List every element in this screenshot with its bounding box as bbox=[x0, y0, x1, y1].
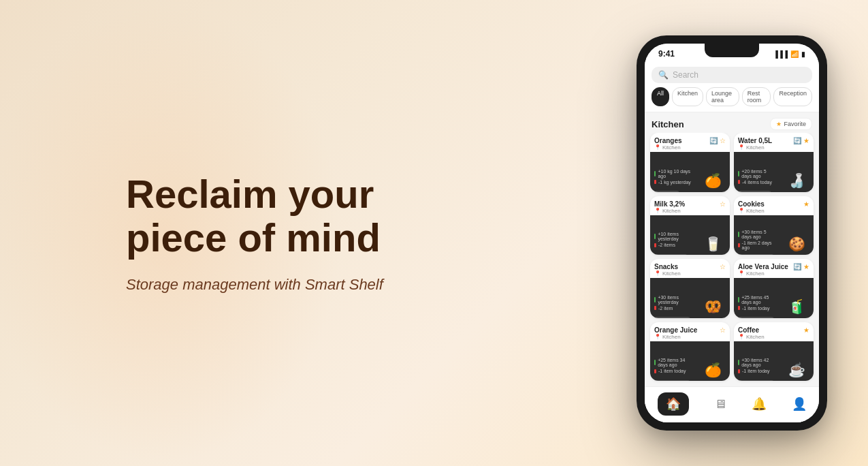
star-icon[interactable]: ☆ bbox=[720, 326, 726, 334]
item-location: 📍Kitchen bbox=[738, 334, 765, 340]
star-icon: ★ bbox=[776, 121, 782, 127]
location-pin-icon: 📍 bbox=[738, 334, 745, 340]
app-content: 🔍 Search All Kitchen Lounge area Rest ro… bbox=[645, 61, 819, 422]
item-card-milk[interactable]: Milk 3,2% 📍Kitchen ☆ +10 item bbox=[650, 196, 730, 255]
star-icon[interactable]: ★ bbox=[803, 200, 809, 208]
item-card-orange-juice[interactable]: Orange Juice 📍Kitchen ☆ +25 i bbox=[650, 322, 730, 382]
hero-subtitle: Storage management with Smart Shelf bbox=[126, 276, 383, 294]
location-pin-icon: 📍 bbox=[738, 208, 745, 214]
item-name: Coffee bbox=[738, 326, 765, 334]
star-icon[interactable]: ☆ bbox=[720, 200, 726, 208]
item-name: Orange Juice bbox=[654, 326, 697, 334]
item-badge: 1/30 kg bbox=[654, 191, 679, 192]
item-name: Cookies bbox=[738, 200, 765, 208]
item-location: 📍Kitchen bbox=[654, 334, 697, 340]
person-icon: 👤 bbox=[792, 397, 807, 411]
location-pin-icon: 📍 bbox=[654, 270, 661, 277]
section-title: Kitchen bbox=[652, 119, 684, 129]
item-badge: 24/30 items bbox=[654, 317, 690, 318]
item-location: 📍Kitchen bbox=[654, 144, 682, 151]
search-input[interactable]: Search bbox=[673, 70, 698, 80]
phone-screen: 9:41 ▐▐▐ 📶 ▮ 🔍 Search All bbox=[645, 44, 819, 422]
filter-tab-restroom[interactable]: Rest room bbox=[742, 87, 771, 106]
item-badge: 30/30 items bbox=[738, 254, 774, 255]
hero-text-section: Reclaim your piece of mind Storage manag… bbox=[126, 172, 383, 294]
search-icon: 🔍 bbox=[658, 70, 669, 80]
phone-frame: 9:41 ▐▐▐ 📶 ▮ 🔍 Search All bbox=[637, 35, 827, 431]
item-location: 📍Kitchen bbox=[654, 208, 685, 214]
item-location: 📍Kitchen bbox=[738, 270, 788, 277]
signal-icon: ▐▐▐ bbox=[773, 50, 788, 58]
phone-mockup: 9:41 ▐▐▐ 📶 ▮ 🔍 Search All bbox=[637, 35, 827, 431]
item-badge: 17/50 items bbox=[738, 317, 774, 318]
location-pin-icon: 📍 bbox=[738, 144, 745, 151]
item-card-cookies[interactable]: Cookies 📍Kitchen ★ +30 items bbox=[734, 196, 814, 255]
star-icon[interactable]: ★ bbox=[803, 326, 809, 334]
item-name: Snacks bbox=[654, 263, 681, 270]
item-badge: 26/50 items bbox=[738, 380, 774, 382]
bottom-navigation: 🏠 🖥 🔔 👤 bbox=[645, 386, 819, 422]
item-badge: 24/30 items bbox=[654, 380, 690, 382]
item-location: 📍Kitchen bbox=[738, 208, 765, 214]
items-grid: Oranges 📍Kitchen 🔄 ☆ bbox=[645, 133, 819, 386]
home-icon: 🏠 bbox=[666, 397, 681, 411]
star-icon[interactable]: ★ bbox=[803, 263, 809, 270]
item-location: 📍Kitchen bbox=[654, 270, 681, 277]
item-card-snacks[interactable]: Snacks 📍Kitchen ☆ +30 items y bbox=[650, 259, 730, 318]
status-time: 9:41 bbox=[658, 49, 675, 59]
favorite-label: Favorite bbox=[784, 121, 806, 127]
item-card-coffee[interactable]: Coffee 📍Kitchen ★ +30 items 4 bbox=[734, 322, 814, 382]
dashboard-icon: 🖥 bbox=[714, 397, 726, 411]
filter-tab-reception[interactable]: Reception bbox=[773, 87, 812, 106]
item-name: Milk 3,2% bbox=[654, 200, 685, 208]
item-name: Oranges bbox=[654, 137, 682, 144]
wifi-icon: 📶 bbox=[790, 50, 799, 58]
phone-notch bbox=[705, 44, 759, 57]
item-badge: 0/20 items bbox=[738, 191, 771, 192]
item-name: Aloe Vera Juice bbox=[738, 263, 788, 270]
filter-tabs: All Kitchen Lounge area Rest room Recept… bbox=[645, 87, 819, 112]
nav-notifications[interactable]: 🔔 bbox=[752, 397, 767, 411]
location-pin-icon: 📍 bbox=[654, 144, 661, 151]
location-pin-icon: 📍 bbox=[654, 208, 661, 214]
filter-tab-all[interactable]: All bbox=[652, 87, 669, 106]
item-name: Water 0,5L bbox=[738, 137, 772, 144]
item-location: 📍Kitchen bbox=[738, 144, 772, 151]
bell-icon: 🔔 bbox=[752, 397, 767, 411]
filter-tab-kitchen[interactable]: Kitchen bbox=[672, 87, 703, 106]
star-icon[interactable]: ☆ bbox=[720, 263, 726, 270]
filter-tab-lounge[interactable]: Lounge area bbox=[706, 87, 739, 106]
star-icon[interactable]: ☆ bbox=[720, 137, 726, 144]
item-badge: 5/10 items bbox=[654, 254, 688, 255]
item-card-oranges[interactable]: Oranges 📍Kitchen 🔄 ☆ bbox=[650, 133, 730, 192]
refresh-icon[interactable]: 🔄 bbox=[793, 137, 801, 144]
nav-profile[interactable]: 👤 bbox=[792, 397, 807, 411]
hero-title: Reclaim your piece of mind bbox=[126, 172, 383, 260]
refresh-icon[interactable]: 🔄 bbox=[709, 137, 718, 144]
status-icons: ▐▐▐ 📶 ▮ bbox=[773, 50, 805, 58]
favorite-button[interactable]: ★ Favorite bbox=[770, 118, 812, 130]
search-section: 🔍 Search bbox=[645, 61, 819, 87]
section-header: Kitchen ★ Favorite bbox=[645, 112, 819, 133]
star-icon[interactable]: ★ bbox=[803, 137, 809, 144]
location-pin-icon: 📍 bbox=[738, 270, 745, 277]
battery-icon: ▮ bbox=[801, 50, 805, 58]
refresh-icon[interactable]: 🔄 bbox=[793, 263, 801, 270]
nav-home[interactable]: 🏠 bbox=[658, 392, 689, 416]
location-pin-icon: 📍 bbox=[654, 334, 661, 340]
nav-dashboard[interactable]: 🖥 bbox=[714, 397, 726, 411]
item-card-water[interactable]: Water 0,5L 📍Kitchen 🔄 ★ bbox=[734, 133, 814, 192]
item-card-aloe-vera[interactable]: Aloe Vera Juice 📍Kitchen 🔄 ★ bbox=[734, 259, 814, 318]
search-input-wrap[interactable]: 🔍 Search bbox=[652, 67, 812, 83]
